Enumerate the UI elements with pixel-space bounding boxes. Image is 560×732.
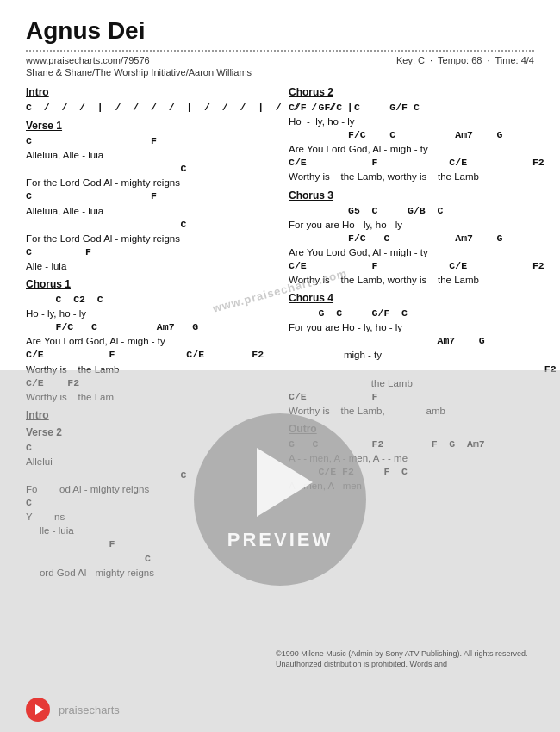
lyric-line: For the Lord God Al - mighty reigns [26,232,271,245]
artist-row: Shane & Shane/The Worship Initiative/Aar… [26,67,534,78]
chord-line: G5 C G/B C [289,204,534,218]
copyright-text: ©1990 Milene Music (Admin by Sony ATV Pu… [276,648,543,670]
preview-label: PREVIEW [227,529,333,551]
chord-line: F/C C Am7 G [289,128,534,142]
chord-line: F/C C Am7 G [26,320,271,334]
song-url: www.praisecharts.com/79576 [26,55,150,65]
song-key-tempo-time: Key: C · Tempo: 68 · Time: 4/4 [396,55,534,65]
lyric-line: For you are Ho - ly, ho - ly [289,320,534,334]
lyric-line: Are You Lord God, Al - migh - ty [289,245,534,259]
chord-line: G C G/F C [289,307,534,320]
lyric-line: Alle - luia [26,259,271,273]
chord-line: Am7 G [289,334,534,348]
chord-line: F/C C Am7 G [289,232,534,245]
chord-line: C [26,162,271,176]
section-intro: IntroC / / / | / / / / | / / / | / / / /… [26,86,271,115]
chord-line: C/E F C/E F2 [289,156,534,170]
lyric-line: Worthy is the Lamb, worthy is the Lamb [289,170,534,183]
section-title-intro: Intro [26,86,271,98]
lyric-line: Are You Lord God, Al - migh - ty [289,142,534,156]
section-title-chorus1: Chorus 1 [26,278,271,290]
divider [26,50,534,52]
lyric-line: For the Lord God Al - mighty reigns [26,176,271,189]
chord-line: C F [26,245,271,259]
lyric-line: Alleluia, Alle - luia [26,148,271,162]
section-title-chorus4: Chorus 4 [289,292,534,304]
preview-play-icon [257,448,313,517]
lyric-line: Are You Lord God, Al - migh - ty [26,334,271,348]
song-title: Agnus Dei [26,17,534,45]
footer-brand: praisecharts [59,704,120,716]
lyric-line: Alleluia, Alle - luia [26,204,271,218]
lyric-line: Ho - ly, ho - ly [289,115,534,128]
section-title-chorus3: Chorus 3 [289,189,534,202]
page: Agnus Dei www.praisecharts.com/79576 Key… [0,0,560,732]
section-verse1: Verse 1C FAlleluia, Alle - luia CFor the… [26,120,271,273]
chord-line: C/E F C/E F2 [26,348,271,362]
section-title-chorus2: Chorus 2 [289,86,534,98]
section-title-verse1: Verse 1 [26,120,271,132]
chord-line: C [26,218,271,232]
lyric-line: migh - ty [289,348,534,362]
footer-logo[interactable] [26,698,50,722]
section-chorus2: Chorus 2C/F GF/C C G/F CHo - ly, ho - ly… [289,86,534,184]
footer-play-icon [35,704,44,715]
meta-row: www.praisecharts.com/79576 Key: C · Temp… [26,55,534,65]
chord-line: C/F GF/C C G/F C [289,101,534,115]
chord-line: C F [26,134,271,148]
footer: praisecharts [26,698,534,722]
chord-line: C / / / | / / / / | / / / | / / / / | [26,101,271,115]
chord-line: C F [26,189,271,203]
lyric-line: For you are Ho - ly, ho - ly [289,218,534,232]
preview-button[interactable]: PREVIEW [194,413,366,586]
